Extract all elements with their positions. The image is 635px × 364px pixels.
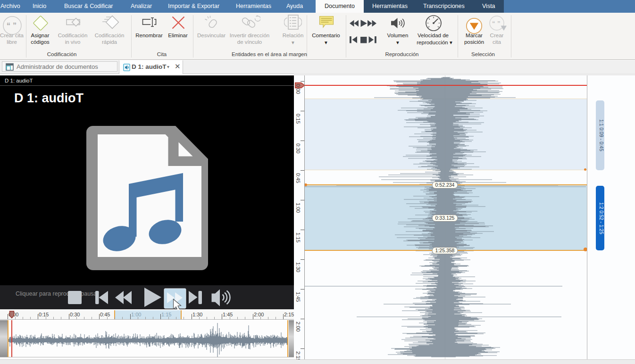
svg-text:”: ”	[497, 20, 501, 27]
svg-text:“: “	[492, 20, 495, 27]
svg-text:”: ”	[13, 22, 17, 30]
svg-text:“: “	[7, 22, 10, 30]
